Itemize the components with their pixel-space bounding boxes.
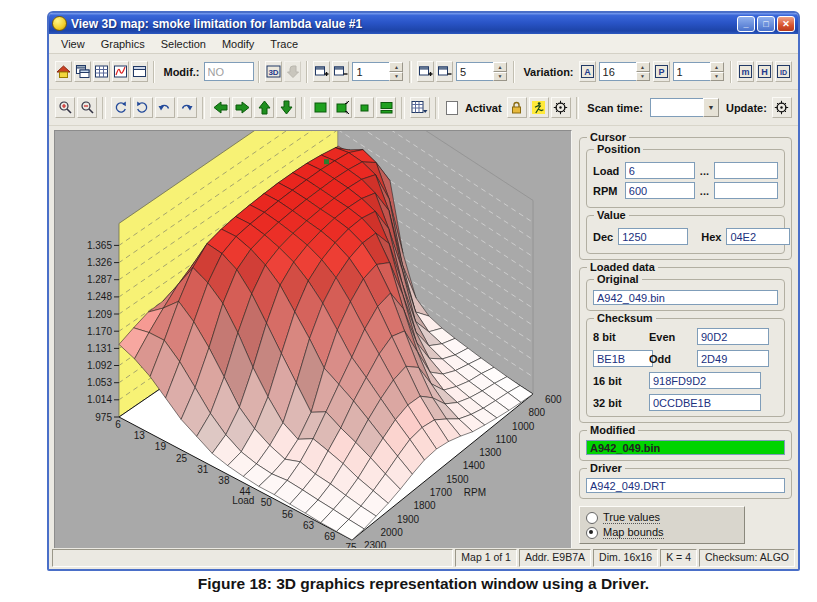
checksum-even-input[interactable]: [697, 328, 769, 345]
shrink-selection-button[interactable]: [354, 97, 374, 118]
window-list-button[interactable]: [74, 61, 91, 82]
rotate-right-button[interactable]: [133, 97, 153, 118]
checksum-odd-input[interactable]: [697, 350, 769, 367]
variation-percent-spinner[interactable]: ▲▼: [673, 62, 724, 81]
checksum-32bit-input[interactable]: [649, 394, 761, 411]
decrease-value-button[interactable]: [332, 61, 349, 82]
load-to-input[interactable]: [714, 162, 778, 179]
plot-3d-area[interactable]: 9751.0141.0531.0921.1311.1701.2091.2481.…: [54, 130, 572, 551]
zoom-out-icon: [80, 100, 95, 115]
rotate-left-button[interactable]: [111, 97, 131, 118]
live-trace-button[interactable]: [529, 97, 549, 118]
value-step-spinner-down-button[interactable]: ▼: [389, 72, 403, 82]
percent-step-spinner-down-button[interactable]: ▼: [493, 72, 507, 82]
minimize-button[interactable]: _: [737, 16, 755, 32]
decrease-percent-button[interactable]: [436, 61, 453, 82]
dec-value-input[interactable]: [618, 228, 688, 245]
pan-down-button[interactable]: [276, 97, 296, 118]
maximize-button[interactable]: □: [757, 16, 775, 32]
increase-value-button[interactable]: [313, 61, 330, 82]
minimize-icon: _: [743, 19, 748, 29]
scan-time-select[interactable]: ▼: [650, 98, 719, 117]
status-segment-1: Map 1 of 1: [455, 549, 517, 567]
select-all-button[interactable]: [310, 97, 330, 118]
checksum-16bit-input[interactable]: [649, 372, 761, 389]
rpm-input[interactable]: [625, 182, 695, 199]
scan-time-select-value[interactable]: [650, 98, 703, 117]
zoom-out-button[interactable]: [77, 97, 97, 118]
windows-icon: [75, 64, 90, 79]
hex-mode-button[interactable]: H: [756, 61, 773, 82]
radio-button-icon[interactable]: [586, 527, 598, 539]
increase-percent-button[interactable]: [417, 61, 434, 82]
target-icon: [774, 100, 789, 115]
menu-graphics[interactable]: Graphics: [93, 36, 153, 52]
original-title: Original: [594, 273, 642, 285]
percent-step-spinner[interactable]: ▲▼: [456, 62, 507, 81]
radio-true-values[interactable]: True values: [586, 510, 738, 525]
percent-step-spinner-buttons: ▲▼: [493, 62, 507, 81]
variation-percent-button[interactable]: P: [653, 61, 670, 82]
svg-text:1.248: 1.248: [87, 291, 112, 302]
menu-trace[interactable]: Trace: [262, 36, 306, 52]
map-mode-button[interactable]: m: [737, 61, 754, 82]
variation-absolute-spinner-down-button[interactable]: ▼: [636, 72, 650, 82]
plus-box-icon: [314, 64, 329, 79]
view-3d-button[interactable]: 3D: [265, 61, 282, 82]
pan-left-button[interactable]: [210, 97, 230, 118]
select-range-button[interactable]: [376, 97, 396, 118]
modified-file-input[interactable]: [586, 440, 785, 455]
scan-time-select-arrow-button[interactable]: ▼: [703, 98, 719, 117]
home-button[interactable]: [55, 61, 72, 82]
id-mode-button[interactable]: ID: [775, 61, 792, 82]
value-step-spinner-value[interactable]: [352, 62, 389, 81]
status-bar: Map 1 of 1Addr. E9B7ADim. 16x16K = 4Chec…: [49, 548, 798, 569]
curve-view-button[interactable]: [112, 61, 129, 82]
activate-checkbox[interactable]: [446, 101, 458, 115]
modif-input[interactable]: [204, 62, 254, 81]
undo-button[interactable]: [155, 97, 175, 118]
table-options-button[interactable]: [410, 97, 430, 118]
variation-absolute-spinner-value[interactable]: [599, 62, 636, 81]
rpm-to-input[interactable]: [714, 182, 778, 199]
apply-modif-button[interactable]: [284, 61, 301, 82]
variation-percent-spinner-down-button[interactable]: ▼: [710, 72, 724, 82]
variation-absolute-spinner[interactable]: ▲▼: [599, 62, 650, 81]
svg-text:1.014: 1.014: [87, 394, 112, 405]
surface-3d-chart[interactable]: 9751.0141.0531.0921.1311.1701.2091.2481.…: [55, 131, 571, 550]
zoom-in-button[interactable]: [55, 97, 75, 118]
driver-file-input[interactable]: [586, 478, 785, 493]
hex-value-input[interactable]: [726, 228, 790, 245]
variation-absolute-spinner-up-button[interactable]: ▲: [636, 62, 650, 72]
variation-percent-spinner-value[interactable]: [673, 62, 710, 81]
track-cursor-button[interactable]: [551, 97, 571, 118]
checksum-title: Checksum: [594, 312, 656, 324]
toolbar-separator: [401, 97, 405, 119]
value-step-spinner[interactable]: ▲▼: [352, 62, 403, 81]
load-input[interactable]: [625, 162, 695, 179]
lock-button[interactable]: [507, 97, 527, 118]
radio-button-icon[interactable]: [586, 512, 598, 524]
update-button[interactable]: [772, 97, 792, 118]
menu-view[interactable]: View: [53, 36, 93, 52]
percent-step-spinner-up-button[interactable]: ▲: [493, 62, 507, 72]
pan-right-button[interactable]: [232, 97, 252, 118]
checksum-8bit-input[interactable]: [593, 350, 653, 367]
sel-range-icon: [379, 100, 394, 115]
close-button[interactable]: ✕: [777, 16, 795, 32]
pan-up-button[interactable]: [254, 97, 274, 118]
table-view-button[interactable]: [93, 61, 110, 82]
radio-map-bounds[interactable]: Map bounds: [586, 525, 738, 540]
redo-button[interactable]: [177, 97, 197, 118]
new-view-button[interactable]: [131, 61, 148, 82]
variation-absolute-button[interactable]: A: [579, 61, 596, 82]
menu-selection[interactable]: Selection: [153, 36, 214, 52]
percent-step-spinner-value[interactable]: [456, 62, 493, 81]
menu-modify[interactable]: Modify: [214, 36, 262, 52]
expand-selection-button[interactable]: [332, 97, 352, 118]
svg-text:1.170: 1.170: [87, 326, 112, 337]
value-step-spinner-up-button[interactable]: ▲: [389, 62, 403, 72]
original-file-input[interactable]: [593, 290, 778, 305]
variation-percent-spinner-up-button[interactable]: ▲: [710, 62, 724, 72]
main-area: 9751.0141.0531.0921.1311.1701.2091.2481.…: [49, 126, 798, 548]
